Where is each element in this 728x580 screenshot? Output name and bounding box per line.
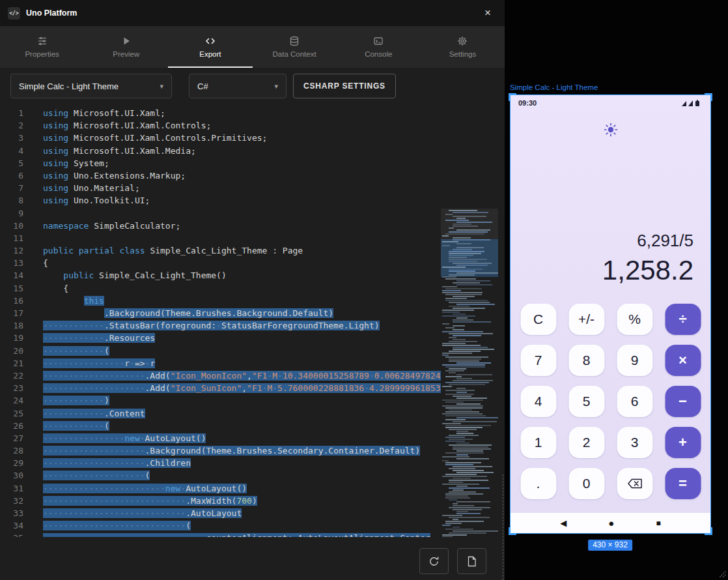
code-text[interactable]: ············.Resources bbox=[23, 332, 155, 344]
code-text[interactable]: using Microsoft.UI.Xaml; bbox=[23, 107, 165, 119]
code-text[interactable]: ····························.AutoLayout bbox=[23, 507, 242, 519]
nav-home-button[interactable]: ● bbox=[608, 517, 614, 529]
code-text[interactable]: { bbox=[23, 257, 48, 269]
code-text[interactable]: ············.StatusBar(foreground:·Statu… bbox=[23, 319, 380, 332]
code-line: 5using System; bbox=[0, 157, 505, 169]
line-number: 6 bbox=[0, 169, 23, 182]
status-time: 09:30 bbox=[518, 99, 537, 107]
code-line: 7using Uno.Material; bbox=[0, 182, 505, 194]
key-−[interactable]: − bbox=[665, 386, 701, 417]
tab-export[interactable]: Export bbox=[168, 26, 252, 68]
code-text[interactable]: ············( bbox=[23, 345, 109, 357]
phone-artboard[interactable]: 09:30 6,291/5 bbox=[511, 95, 710, 533]
export-file-button[interactable] bbox=[457, 548, 486, 574]
code-text[interactable] bbox=[23, 207, 43, 220]
tab-data-context[interactable]: Data Context bbox=[253, 26, 337, 68]
code-text[interactable]: this bbox=[23, 295, 104, 307]
line-number: 35 bbox=[0, 532, 23, 537]
selection-handle-bottom-right[interactable] bbox=[705, 527, 712, 535]
close-button[interactable]: × bbox=[479, 4, 497, 22]
code-line: 2using Microsoft.UI.Xaml.Controls; bbox=[0, 119, 505, 132]
code-text[interactable]: using Microsoft.UI.Xaml.Media; bbox=[23, 145, 196, 157]
key-7[interactable]: 7 bbox=[520, 345, 556, 376]
key-4[interactable]: 4 bbox=[520, 386, 556, 417]
code-text[interactable] bbox=[23, 232, 43, 244]
line-number: 2 bbox=[0, 119, 23, 132]
preview-canvas[interactable]: Simple Calc - Light Theme 09:30 bbox=[505, 0, 728, 580]
code-text[interactable]: ················new·AutoLayout() bbox=[23, 432, 206, 444]
code-text[interactable]: using Microsoft.UI.Xaml.Controls; bbox=[23, 119, 211, 132]
code-text[interactable]: using Uno.Toolkit.UI; bbox=[23, 194, 150, 207]
code-text[interactable]: { bbox=[23, 282, 68, 295]
key-8[interactable]: 8 bbox=[568, 345, 604, 376]
key-+/-[interactable]: +/- bbox=[568, 304, 604, 335]
tab-label: Console bbox=[365, 50, 392, 58]
nav-back-button[interactable]: ◀ bbox=[560, 518, 567, 528]
code-text[interactable]: namespace SimpleCalculator; bbox=[23, 220, 180, 232]
key-1[interactable]: 1 bbox=[520, 427, 556, 458]
code-line: 9 bbox=[0, 207, 505, 220]
key-3[interactable]: 3 bbox=[617, 427, 652, 458]
code-text[interactable]: ····················.Children bbox=[23, 457, 191, 469]
code-text[interactable]: ············) bbox=[23, 394, 109, 407]
artboard-label[interactable]: Simple Calc - Light Theme bbox=[510, 83, 598, 91]
key-C[interactable]: C bbox=[520, 304, 556, 335]
refresh-button[interactable] bbox=[419, 548, 449, 574]
code-text[interactable]: .Background(Theme.Brushes.Background.Def… bbox=[23, 307, 333, 319]
key-backspace[interactable] bbox=[617, 468, 652, 499]
code-text[interactable]: ····················( bbox=[23, 469, 150, 482]
code-text[interactable]: ············( bbox=[23, 420, 109, 432]
tab-label: Settings bbox=[449, 50, 477, 58]
code-text[interactable]: ····························( bbox=[23, 519, 191, 532]
line-number: 22 bbox=[0, 370, 23, 382]
line-number: 26 bbox=[0, 420, 23, 432]
key-5[interactable]: 5 bbox=[568, 386, 604, 417]
key-0[interactable]: 0 bbox=[568, 468, 604, 499]
tab-console[interactable]: Console bbox=[337, 26, 421, 68]
selection-handle-top-left[interactable] bbox=[509, 93, 516, 101]
line-number: 7 bbox=[0, 182, 23, 194]
code-text[interactable]: using Microsoft.UI.Xaml.Controls.Primiti… bbox=[23, 132, 267, 144]
key-=[interactable]: = bbox=[665, 468, 701, 499]
tab-settings[interactable]: Settings bbox=[421, 26, 505, 68]
code-text[interactable]: ························new·AutoLayout() bbox=[23, 482, 247, 495]
selection-handle-bottom-left[interactable] bbox=[509, 527, 516, 535]
panel-divider[interactable] bbox=[503, 474, 503, 580]
code-text[interactable]: public Simple_Calc_Light_Theme() bbox=[23, 269, 227, 282]
page-selector-value: Simple Calc - Light Theme bbox=[19, 81, 119, 91]
nav-recents-button[interactable]: ■ bbox=[656, 519, 660, 528]
key-÷[interactable]: ÷ bbox=[665, 304, 701, 335]
code-line: 3using Microsoft.UI.Xaml.Controls.Primit… bbox=[0, 132, 505, 144]
window-resize-grip[interactable] bbox=[717, 569, 726, 578]
key-×[interactable]: × bbox=[665, 345, 701, 376]
code-text[interactable]: ································counterA… bbox=[23, 532, 430, 537]
selection-handle-top-right[interactable] bbox=[705, 93, 712, 101]
key-6[interactable]: 6 bbox=[617, 386, 652, 417]
minimap[interactable] bbox=[441, 209, 498, 537]
code-text[interactable]: public partial class Simple_Calc_Light_T… bbox=[23, 244, 303, 257]
code-text[interactable]: ····················.Add("Icon_SunIcon",… bbox=[23, 382, 445, 394]
code-text[interactable]: ····························.MaxWidth(70… bbox=[23, 495, 257, 507]
key-9[interactable]: 9 bbox=[617, 345, 652, 376]
page-selector-dropdown[interactable]: Simple Calc - Light Theme ▾ bbox=[10, 74, 172, 98]
tab-properties[interactable]: Properties bbox=[0, 26, 84, 68]
tab-preview[interactable]: Preview bbox=[84, 26, 168, 68]
code-text[interactable]: ····················.Add("Icon_MoonIcon"… bbox=[23, 370, 445, 382]
code-text[interactable]: using Uno.Material; bbox=[23, 182, 140, 194]
key-+[interactable]: + bbox=[665, 427, 701, 458]
line-number: 19 bbox=[0, 332, 23, 344]
csharp-settings-button[interactable]: CSHARP SETTINGS bbox=[293, 74, 396, 98]
sun-icon bbox=[604, 123, 618, 137]
key-.[interactable]: . bbox=[520, 468, 556, 499]
theme-toggle-button[interactable] bbox=[602, 121, 619, 140]
code-line: 22····················.Add("Icon_MoonIco… bbox=[0, 370, 505, 382]
language-selector-dropdown[interactable]: C# ▾ bbox=[189, 74, 287, 98]
key-%[interactable]: % bbox=[617, 304, 652, 335]
code-text[interactable]: using Uno.Extensions.Markup; bbox=[23, 169, 186, 182]
code-text[interactable]: ············.Content bbox=[23, 407, 145, 420]
code-text[interactable]: ····················.Background(Theme.Br… bbox=[23, 444, 420, 457]
code-text[interactable]: using System; bbox=[23, 157, 109, 169]
code-text[interactable]: ················r·=>·r bbox=[23, 357, 155, 370]
code-editor[interactable]: 1using Microsoft.UI.Xaml;2using Microsof… bbox=[0, 104, 505, 537]
key-2[interactable]: 2 bbox=[568, 427, 604, 458]
